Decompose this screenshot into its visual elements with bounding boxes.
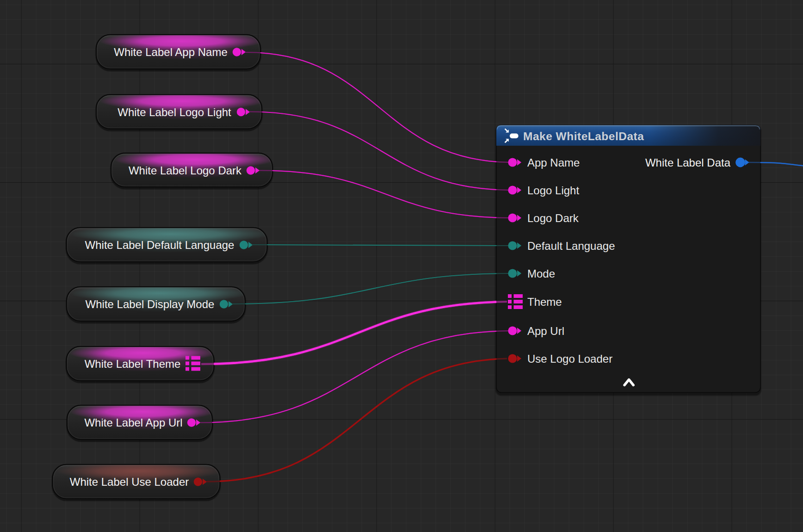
svg-text:App Url: App Url <box>527 325 564 337</box>
svg-text:White Label App Name: White Label App Name <box>114 46 227 58</box>
svg-text:White Label Logo Dark: White Label Logo Dark <box>129 164 242 177</box>
svg-text:Mode: Mode <box>527 267 555 280</box>
svg-text:White Label App Url: White Label App Url <box>84 416 182 429</box>
svg-text:Use Logo Loader: Use Logo Loader <box>527 353 612 365</box>
svg-text:White Label Theme: White Label Theme <box>85 358 181 370</box>
svg-text:White Label Data: White Label Data <box>645 156 731 169</box>
svg-text:App Name: App Name <box>527 156 580 169</box>
svg-text:White Label Logo Light: White Label Logo Light <box>117 106 231 118</box>
svg-text:Default Language: Default Language <box>527 240 615 252</box>
svg-text:White Label Default Language: White Label Default Language <box>85 239 235 251</box>
svg-text:Make WhiteLabelData: Make WhiteLabelData <box>523 130 644 142</box>
svg-text:Logo Dark: Logo Dark <box>527 212 579 224</box>
svg-text:Theme: Theme <box>527 296 562 308</box>
svg-text:White Label Use Loader: White Label Use Loader <box>70 476 189 488</box>
svg-text:Logo Light: Logo Light <box>527 184 579 197</box>
svg-text:White Label Display Mode: White Label Display Mode <box>86 298 215 310</box>
